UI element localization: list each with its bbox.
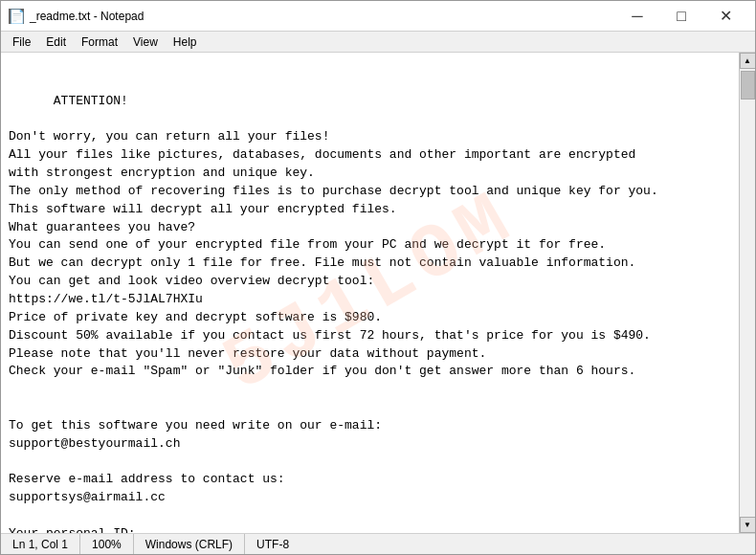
menu-bar: File Edit Format View Help [1,32,755,53]
notepad-window: 📄 _readme.txt - Notepad ─ □ ✕ File Edit … [0,0,756,555]
zoom-level: 100% [80,534,134,554]
encoding: UTF-8 [245,534,300,554]
scrollbar[interactable]: ▲ ▼ [739,53,755,533]
menu-edit[interactable]: Edit [38,33,74,51]
title-bar: 📄 _readme.txt - Notepad ─ □ ✕ [1,1,755,32]
scroll-up-button[interactable]: ▲ [740,53,756,69]
status-bar: Ln 1, Col 1 100% Windows (CRLF) UTF-8 [1,533,755,554]
menu-format[interactable]: Format [74,33,125,51]
maximize-button[interactable]: □ [659,1,703,32]
app-icon: 📄 [9,9,24,24]
cursor-position: Ln 1, Col 1 [1,534,80,554]
scroll-thumb[interactable] [741,71,755,100]
scroll-down-button[interactable]: ▼ [740,517,756,533]
menu-file[interactable]: File [5,33,38,51]
text-editor[interactable]: 5J1LOM ATTENTION! Don't worry, you can r… [1,53,739,533]
minimize-button[interactable]: ─ [615,1,659,32]
menu-view[interactable]: View [125,33,166,51]
window-controls: ─ □ ✕ [615,1,747,32]
menu-help[interactable]: Help [166,33,205,51]
content-area: 5J1LOM ATTENTION! Don't worry, you can r… [1,53,755,533]
window-title: _readme.txt - Notepad [30,10,615,23]
close-button[interactable]: ✕ [703,1,747,32]
line-ending: Windows (CRLF) [134,534,245,554]
document-text: ATTENTION! Don't worry, you can return a… [9,94,658,533]
